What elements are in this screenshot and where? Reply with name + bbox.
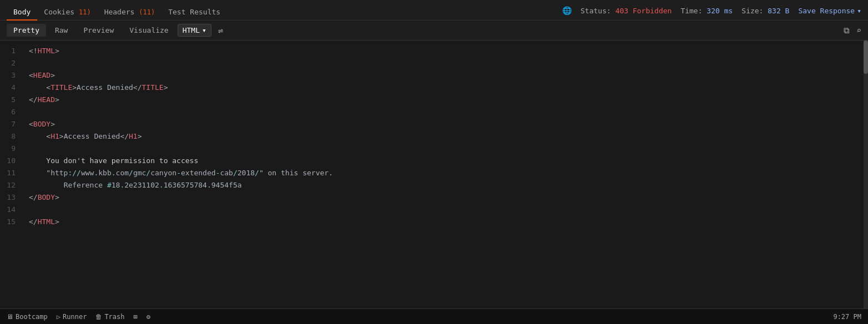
- tab-headers-label: Headers: [104, 8, 135, 16]
- line-numbers: 123456789101112131415: [0, 40, 22, 308]
- trash-icon: 🗑: [95, 313, 102, 321]
- status-value: 403 Forbidden: [615, 7, 672, 15]
- expand-icon[interactable]: ⊞: [134, 313, 138, 321]
- format-type-label: HTML: [183, 26, 200, 34]
- globe-icon: 🌐: [562, 6, 572, 15]
- line-number: 12: [4, 179, 16, 191]
- tab-test-results-label: Test Results: [168, 8, 220, 16]
- code-area: 123456789101112131415 <!HTML> <HEAD> <TI…: [0, 40, 868, 308]
- runner-icon: ▷: [57, 313, 60, 321]
- line-number: 2: [4, 57, 16, 69]
- tab-cookies-label: Cookies: [44, 8, 74, 16]
- code-line: <!HTML>: [22, 45, 868, 57]
- code-line: "http://www.kbb.com/gmc/canyon-extended-…: [22, 167, 868, 179]
- tab-body-label: Body: [13, 8, 31, 16]
- tab-body[interactable]: Body: [7, 4, 37, 21]
- code-line: </HTML>: [22, 216, 868, 228]
- trash-button[interactable]: 🗑 Trash: [95, 313, 124, 321]
- bootcamp-button[interactable]: 🖥 Bootcamp: [7, 313, 48, 321]
- time-value: 320 ms: [706, 7, 733, 15]
- line-number: 5: [4, 94, 16, 106]
- line-number: 10: [4, 155, 16, 167]
- wrap-lines-icon[interactable]: ⇌: [218, 26, 223, 36]
- chevron-down-icon: ▾: [857, 7, 861, 15]
- runner-label: Runner: [63, 313, 87, 321]
- line-number: 7: [4, 118, 16, 130]
- size-label: Size:: [741, 7, 763, 15]
- format-tabs-bar: Pretty Raw Preview Visualize HTML ▾ ⇌ ⧉ …: [0, 21, 868, 40]
- tab-headers[interactable]: Headers (11): [98, 4, 162, 21]
- code-line: [22, 143, 868, 155]
- clock-display: 9:27 PM: [833, 313, 861, 321]
- line-number: 4: [4, 82, 16, 94]
- search-icon[interactable]: ⌕: [856, 26, 861, 36]
- code-line: <TITLE>Access Denied</TITLE>: [22, 82, 868, 94]
- code-line: <HEAD>: [22, 69, 868, 82]
- code-content[interactable]: <!HTML> <HEAD> <TITLE>Access Denied</TIT…: [22, 40, 868, 308]
- size-value: 832 B: [768, 7, 789, 15]
- line-number: 8: [4, 130, 16, 143]
- top-tabs-bar: Body Cookies 11) Headers (11) Test Resul…: [0, 0, 868, 21]
- line-number: 6: [4, 106, 16, 118]
- trash-label: Trash: [104, 313, 124, 321]
- format-tabs-right: ⧉ ⌕: [844, 26, 861, 36]
- grid-icon: ⊞: [134, 313, 138, 321]
- bottom-bar: 🖥 Bootcamp ▷ Runner 🗑 Trash ⊞ ⚙ 9:27 PM: [0, 308, 868, 324]
- code-line: Reference #18.2e231102.1636575784.9454f5…: [22, 179, 868, 191]
- code-line: <H1>Access Denied</H1>: [22, 130, 868, 143]
- line-number: 11: [4, 167, 16, 179]
- copy-icon[interactable]: ⧉: [844, 26, 850, 36]
- format-tab-preview[interactable]: Preview: [77, 24, 120, 37]
- settings-icon-bottom[interactable]: ⚙: [147, 313, 150, 321]
- code-line: You don't have permission to access: [22, 155, 868, 167]
- code-line: </BODY>: [22, 191, 868, 204]
- format-visualize-label: Visualize: [129, 26, 168, 34]
- bootcamp-icon: 🖥: [7, 313, 13, 321]
- cookies-badge-close: ): [87, 8, 90, 16]
- status-info: Status: 403 Forbidden: [581, 7, 672, 15]
- code-line: [22, 106, 868, 118]
- line-number: 9: [4, 143, 16, 155]
- line-number: 3: [4, 69, 16, 82]
- line-number: 15: [4, 216, 16, 228]
- code-line: <BODY>: [22, 118, 868, 130]
- line-number: 13: [4, 191, 16, 204]
- tab-cookies[interactable]: Cookies 11): [37, 4, 97, 21]
- code-line: </HEAD>: [22, 94, 868, 106]
- headers-badge: (: [139, 8, 143, 16]
- time-label: Time:: [680, 7, 702, 15]
- tab-test-results[interactable]: Test Results: [162, 4, 227, 21]
- time-info: Time: 320 ms: [680, 7, 733, 15]
- size-info: Size: 832 B: [741, 7, 789, 15]
- chevron-down-icon: ▾: [202, 26, 206, 34]
- headers-badge-val: 11: [143, 8, 151, 16]
- line-number: 1: [4, 45, 16, 57]
- format-preview-label: Preview: [83, 26, 114, 34]
- gear-icon: ⚙: [147, 313, 150, 321]
- scrollbar-track[interactable]: [864, 40, 868, 308]
- format-raw-label: Raw: [55, 26, 68, 34]
- runner-button[interactable]: ▷ Runner: [57, 313, 87, 321]
- headers-badge-close: ): [151, 8, 155, 16]
- format-pretty-label: Pretty: [13, 26, 39, 34]
- save-response-label: Save Response: [798, 7, 855, 15]
- code-line: [22, 57, 868, 69]
- scrollbar-thumb[interactable]: [864, 40, 868, 74]
- bootcamp-label: Bootcamp: [16, 313, 48, 321]
- format-tab-visualize[interactable]: Visualize: [123, 24, 175, 37]
- status-label: Status:: [581, 7, 611, 15]
- code-line: [22, 204, 868, 216]
- status-bar: 🌐 Status: 403 Forbidden Time: 320 ms Siz…: [562, 6, 861, 18]
- format-tab-raw[interactable]: Raw: [48, 24, 74, 37]
- format-type-select[interactable]: HTML ▾: [178, 24, 211, 37]
- save-response-button[interactable]: Save Response ▾: [798, 7, 861, 15]
- format-tab-pretty[interactable]: Pretty: [7, 24, 46, 37]
- line-number: 14: [4, 204, 16, 216]
